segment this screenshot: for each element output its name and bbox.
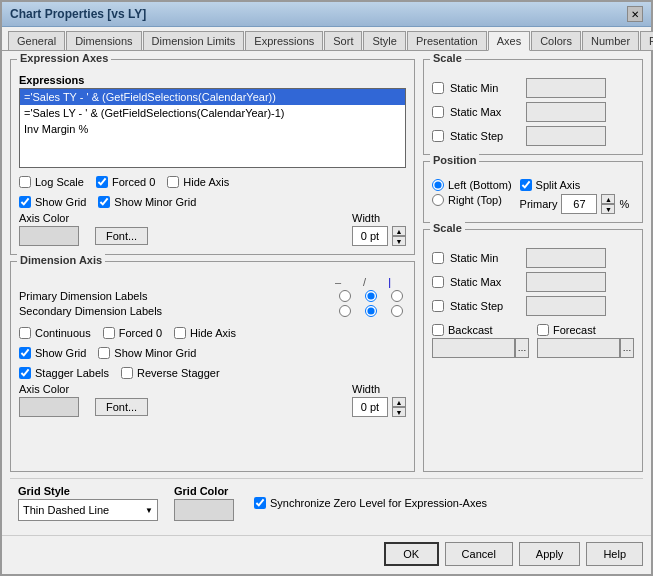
width-input[interactable]: [352, 226, 388, 246]
secondary-dim-row: Secondary Dimension Labels: [19, 305, 406, 317]
forecast-input[interactable]: [537, 338, 620, 358]
dim-static-step-checkbox[interactable]: [432, 300, 444, 312]
dim-static-max-checkbox[interactable]: [432, 276, 444, 288]
width-spinner: ▲ ▼: [392, 226, 406, 246]
dim-hide-axis-checkbox[interactable]: [174, 327, 186, 339]
log-scale-checkbox[interactable]: [19, 176, 31, 188]
dim-width-up[interactable]: ▲: [392, 397, 406, 407]
tab-axes[interactable]: Axes: [488, 31, 530, 51]
forecast-checkbox[interactable]: [537, 324, 549, 336]
ok-button[interactable]: OK: [384, 542, 439, 566]
tab-expressions[interactable]: Expressions: [245, 31, 323, 50]
tab-colors[interactable]: Colors: [531, 31, 581, 50]
reverse-stagger-checkbox[interactable]: [121, 367, 133, 379]
width-down[interactable]: ▼: [392, 236, 406, 246]
primary-label: Primary: [520, 198, 558, 210]
right-top-radio[interactable]: [432, 194, 444, 206]
continuous-row: Continuous: [19, 327, 91, 339]
axis-color-label: Axis Color: [19, 212, 79, 224]
sync-zero-checkbox[interactable]: [254, 497, 266, 509]
primary-spinner: ▲ ▼: [601, 194, 615, 214]
backcast-input[interactable]: [432, 338, 515, 358]
expression-item-2[interactable]: ='Sales LY - ' & (GetFieldSelections(Cal…: [20, 105, 405, 121]
dim-static-step-input[interactable]: [526, 296, 606, 316]
primary-dim-radio-slash[interactable]: [365, 290, 377, 302]
title-bar: Chart Properties [vs LY] ✕: [2, 2, 651, 27]
primary-input[interactable]: [561, 194, 597, 214]
hide-axis-checkbox[interactable]: [167, 176, 179, 188]
reverse-stagger-label: Reverse Stagger: [137, 367, 220, 379]
tab-dimensions[interactable]: Dimensions: [66, 31, 141, 50]
backcast-checkbox[interactable]: [432, 324, 444, 336]
stagger-labels-label: Stagger Labels: [35, 367, 109, 379]
dim-show-minor-grid-checkbox[interactable]: [98, 347, 110, 359]
percent-sign: %: [619, 198, 629, 210]
reverse-stagger-row: Reverse Stagger: [121, 367, 220, 379]
grid-style-dropdown[interactable]: Thin Dashed Line ▼: [18, 499, 158, 521]
close-button[interactable]: ✕: [627, 6, 643, 22]
tab-font[interactable]: Font: [640, 31, 653, 50]
dim-static-min-checkbox[interactable]: [432, 252, 444, 264]
stagger-labels-row: Stagger Labels: [19, 367, 109, 379]
width-up[interactable]: ▲: [392, 226, 406, 236]
static-min-input[interactable]: [526, 78, 606, 98]
grid-color-btn[interactable]: [174, 499, 234, 521]
dim-axis-color-section: Axis Color . Font... Width: [19, 383, 406, 417]
tab-number[interactable]: Number: [582, 31, 639, 50]
left-bottom-radio[interactable]: [432, 179, 444, 191]
tab-dimension-limits[interactable]: Dimension Limits: [143, 31, 245, 50]
expr-axis-color-btn[interactable]: [19, 226, 79, 246]
secondary-dim-label: Secondary Dimension Labels: [19, 305, 336, 317]
show-grid-checkbox[interactable]: [19, 196, 31, 208]
stagger-labels-checkbox[interactable]: [19, 367, 31, 379]
cancel-button[interactable]: Cancel: [445, 542, 513, 566]
static-max-input[interactable]: [526, 102, 606, 122]
primary-up[interactable]: ▲: [601, 194, 615, 204]
dimension-axis-group: Dimension Axis – / | Primary D: [10, 261, 415, 472]
dim-font-button[interactable]: Font...: [95, 398, 148, 416]
static-max-checkbox[interactable]: [432, 106, 444, 118]
show-minor-grid-checkbox[interactable]: [98, 196, 110, 208]
tab-sort[interactable]: Sort: [324, 31, 362, 50]
dim-forced-0-checkbox[interactable]: [103, 327, 115, 339]
backcast-ellipsis[interactable]: …: [515, 338, 529, 358]
grid-style-section: Grid Style Thin Dashed Line ▼: [18, 485, 158, 521]
scale-expr-group: Scale Static Min Static Max Static Step: [423, 59, 643, 155]
continuous-checkbox[interactable]: [19, 327, 31, 339]
tab-style[interactable]: Style: [363, 31, 405, 50]
tab-presentation[interactable]: Presentation: [407, 31, 487, 50]
dim-width-down[interactable]: ▼: [392, 407, 406, 417]
forced-0-checkbox[interactable]: [96, 176, 108, 188]
width-label: Width: [352, 212, 406, 224]
continuous-label: Continuous: [35, 327, 91, 339]
primary-down[interactable]: ▼: [601, 204, 615, 214]
apply-button[interactable]: Apply: [519, 542, 581, 566]
static-min-checkbox[interactable]: [432, 82, 444, 94]
forecast-ellipsis[interactable]: …: [620, 338, 634, 358]
secondary-dim-radio-slash[interactable]: [365, 305, 377, 317]
secondary-dim-radio-bar[interactable]: [391, 305, 403, 317]
split-axis-checkbox[interactable]: [520, 179, 532, 191]
expression-item-3[interactable]: Inv Margin %: [20, 121, 405, 137]
expression-item-1[interactable]: ='Sales TY - ' & (GetFieldSelections(Cal…: [20, 89, 405, 105]
secondary-dim-radio-dash[interactable]: [339, 305, 351, 317]
dim-width-input[interactable]: [352, 397, 388, 417]
static-step-input[interactable]: [526, 126, 606, 146]
help-button[interactable]: Help: [586, 542, 643, 566]
dropdown-arrow-icon: ▼: [145, 506, 153, 515]
backcast-input-row: …: [432, 338, 529, 358]
tab-general[interactable]: General: [8, 31, 65, 50]
position-title: Position: [430, 154, 479, 166]
dim-static-min-input[interactable]: [526, 248, 606, 268]
dim-axis-color-btn[interactable]: [19, 397, 79, 417]
dim-static-min-label: Static Min: [450, 252, 520, 264]
expr-font-button[interactable]: Font...: [95, 227, 148, 245]
dimension-axis-title: Dimension Axis: [17, 254, 105, 266]
static-step-checkbox[interactable]: [432, 130, 444, 142]
primary-dim-radio-bar[interactable]: [391, 290, 403, 302]
dim-static-max-input[interactable]: [526, 272, 606, 292]
expr-options-row2: Show Grid Show Minor Grid: [19, 192, 406, 208]
expressions-list[interactable]: ='Sales TY - ' & (GetFieldSelections(Cal…: [19, 88, 406, 168]
dim-show-grid-checkbox[interactable]: [19, 347, 31, 359]
primary-dim-radio-dash[interactable]: [339, 290, 351, 302]
